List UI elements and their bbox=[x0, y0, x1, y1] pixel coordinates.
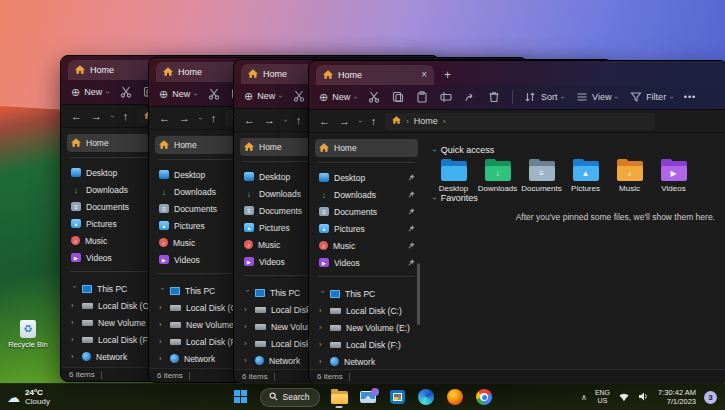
cut-button[interactable] bbox=[293, 90, 305, 103]
taskbar-edge[interactable] bbox=[416, 386, 436, 408]
sidebar-item-home[interactable]: Home bbox=[315, 139, 418, 157]
weather-widget[interactable]: ☁ 24°C Cloudy bbox=[7, 388, 50, 406]
chevron-collapsed-icon[interactable]: › bbox=[319, 357, 325, 366]
chevron-collapsed-icon[interactable]: › bbox=[71, 318, 77, 327]
forward-button[interactable]: → bbox=[91, 110, 102, 122]
sidebar-item-downloads[interactable]: ↓Downloads bbox=[315, 186, 418, 203]
chevron-expanded-icon[interactable]: › bbox=[158, 288, 167, 294]
window-titlebar[interactable]: Home × + bbox=[309, 61, 725, 85]
chevron-collapsed-icon[interactable]: › bbox=[71, 352, 77, 361]
sidebar-divider bbox=[318, 162, 415, 163]
taskbar-firefox[interactable] bbox=[445, 386, 465, 408]
sidebar-item-documents[interactable]: ≡Documents bbox=[315, 203, 418, 220]
start-button[interactable] bbox=[231, 386, 251, 408]
chevron-expanded-icon[interactable]: › bbox=[318, 291, 327, 297]
filter-button[interactable]: Filter › bbox=[629, 91, 673, 104]
forward-button[interactable]: → bbox=[339, 115, 350, 127]
back-button[interactable]: ← bbox=[71, 110, 82, 122]
tab-home[interactable]: Home × bbox=[316, 65, 434, 85]
up-button[interactable]: ↑ bbox=[123, 110, 129, 122]
sidebar-item-desktop[interactable]: Desktop bbox=[315, 169, 418, 186]
sidebar-item-local-disk-f[interactable]: ›Local Disk (F:) bbox=[315, 336, 418, 353]
sidebar-item-this-pc[interactable]: › This PC bbox=[315, 285, 418, 302]
back-button[interactable]: ← bbox=[319, 115, 330, 127]
language-indicator[interactable]: ENG US bbox=[595, 389, 610, 405]
new-button[interactable]: ⊕ New › bbox=[244, 90, 282, 103]
quick-access-downloads[interactable]: ↓Downloads bbox=[477, 161, 518, 193]
paste-button[interactable] bbox=[416, 91, 429, 104]
videos-icon: ▶ bbox=[71, 253, 81, 262]
chevron-collapsed-icon[interactable]: › bbox=[71, 301, 77, 310]
recycle-bin-shortcut[interactable]: ♻ Recycle Bin bbox=[2, 318, 54, 349]
quick-access-videos[interactable]: ▶Videos bbox=[653, 161, 694, 193]
sidebar-item-network[interactable]: › Network bbox=[315, 353, 418, 370]
up-button[interactable]: ↑ bbox=[371, 115, 377, 127]
sidebar-item-pictures[interactable]: ▲Pictures bbox=[315, 220, 418, 237]
quick-access-documents[interactable]: ≡Documents bbox=[521, 161, 562, 193]
share-button[interactable] bbox=[464, 91, 477, 104]
tile-label: Desktop bbox=[433, 184, 474, 193]
wifi-icon[interactable] bbox=[618, 388, 630, 406]
quick-access-header[interactable]: › Quick access bbox=[433, 145, 717, 155]
delete-button[interactable] bbox=[488, 91, 501, 104]
tab-close-icon[interactable]: × bbox=[421, 70, 427, 80]
sidebar-item-local-disk-c[interactable]: ›Local Disk (C:) bbox=[315, 302, 418, 319]
up-button[interactable]: ↑ bbox=[296, 114, 302, 126]
chevron-collapsed-icon[interactable]: › bbox=[244, 356, 250, 365]
forward-button[interactable]: → bbox=[264, 114, 275, 126]
breadcrumb-location[interactable]: Home bbox=[414, 116, 438, 126]
forward-button[interactable]: → bbox=[179, 112, 190, 124]
search-label: Search bbox=[283, 392, 310, 402]
quick-access-desktop[interactable]: Desktop bbox=[433, 161, 474, 193]
taskbar-mail[interactable] bbox=[358, 386, 378, 408]
chevron-collapsed-icon[interactable]: › bbox=[159, 320, 165, 329]
volume-icon[interactable] bbox=[638, 388, 650, 406]
chevron-collapsed-icon[interactable]: › bbox=[244, 322, 250, 331]
chevron-collapsed-icon[interactable]: › bbox=[244, 305, 250, 314]
new-button[interactable]: ⊕ New › bbox=[159, 88, 197, 101]
chevron-collapsed-icon[interactable]: › bbox=[244, 339, 250, 348]
sort-button[interactable]: Sort › bbox=[524, 91, 564, 104]
music-icon: ♪ bbox=[319, 241, 328, 250]
more-options-button[interactable]: ••• bbox=[684, 92, 696, 102]
cut-button[interactable] bbox=[208, 88, 220, 101]
taskbar-store[interactable] bbox=[387, 386, 407, 408]
quick-access-pictures[interactable]: ▲Pictures bbox=[565, 161, 606, 193]
cut-button[interactable] bbox=[368, 91, 381, 104]
chevron-collapsed-icon[interactable]: › bbox=[159, 303, 165, 312]
rename-button[interactable] bbox=[440, 91, 453, 104]
new-tab-button[interactable]: + bbox=[444, 68, 451, 85]
chevron-collapsed-icon[interactable]: › bbox=[319, 306, 325, 315]
address-bar[interactable]: › Home › bbox=[385, 113, 655, 130]
chevron-collapsed-icon[interactable]: › bbox=[159, 337, 165, 346]
cut-button[interactable] bbox=[120, 86, 132, 99]
sidebar-item-new-volume-e[interactable]: ›New Volume (E:) bbox=[315, 319, 418, 336]
recent-locations-button[interactable]: › bbox=[356, 120, 365, 123]
notification-badge[interactable]: 3 bbox=[704, 391, 717, 404]
quick-access-music[interactable]: ♪Music bbox=[609, 161, 650, 193]
taskbar-file-explorer[interactable] bbox=[329, 386, 349, 408]
recent-locations-button[interactable]: › bbox=[196, 117, 205, 120]
view-button[interactable]: View › bbox=[575, 91, 618, 104]
copy-button[interactable] bbox=[392, 91, 405, 104]
chevron-expanded-icon[interactable]: › bbox=[70, 286, 79, 292]
chevron-expanded-icon[interactable]: › bbox=[243, 290, 252, 296]
recent-locations-button[interactable]: › bbox=[281, 119, 290, 122]
hidden-icons-button[interactable]: ∧ bbox=[581, 393, 587, 402]
sidebar-item-music[interactable]: ♪Music bbox=[315, 237, 418, 254]
new-button[interactable]: ⊕ New › bbox=[71, 86, 109, 99]
back-button[interactable]: ← bbox=[159, 112, 170, 124]
taskbar-search[interactable]: Search bbox=[260, 388, 321, 407]
favorites-header[interactable]: › Favorites bbox=[433, 193, 717, 203]
taskbar-chrome[interactable] bbox=[474, 386, 494, 408]
chevron-collapsed-icon[interactable]: › bbox=[159, 354, 165, 363]
chevron-collapsed-icon[interactable]: › bbox=[319, 323, 325, 332]
clock[interactable]: 7:30:42 AM 7/1/2023 bbox=[658, 388, 696, 406]
sidebar-item-videos[interactable]: ▶Videos bbox=[315, 254, 418, 271]
back-button[interactable]: ← bbox=[244, 114, 255, 126]
up-button[interactable]: ↑ bbox=[211, 112, 217, 124]
chevron-collapsed-icon[interactable]: › bbox=[71, 335, 77, 344]
recent-locations-button[interactable]: › bbox=[108, 115, 117, 118]
chevron-collapsed-icon[interactable]: › bbox=[319, 340, 325, 349]
new-button[interactable]: ⊕ New › bbox=[319, 91, 357, 104]
